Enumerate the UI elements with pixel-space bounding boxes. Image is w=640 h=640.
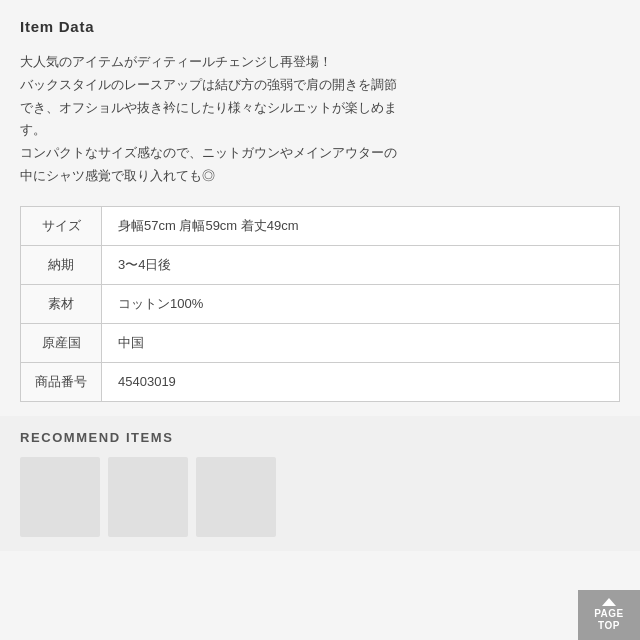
item-data-section: Item Data 大人気のアイテムがディティールチェンジし再登場！ バックスタ…: [0, 0, 640, 416]
table-cell-size: 身幅57cm 肩幅59cm 着丈49cm: [102, 206, 620, 245]
table-cell-material: コットン100%: [102, 284, 620, 323]
table-header-size: サイズ: [21, 206, 102, 245]
table-header-delivery: 納期: [21, 245, 102, 284]
table-row: 商品番号 45403019: [21, 362, 620, 401]
page-top-button[interactable]: PAGE TOP: [578, 590, 640, 640]
recommend-section: RECOMMEND ITEMS: [0, 416, 640, 551]
table-cell-origin: 中国: [102, 323, 620, 362]
table-header-origin: 原産国: [21, 323, 102, 362]
section-title: Item Data: [20, 18, 620, 35]
recommend-item-thumb[interactable]: [108, 457, 188, 537]
table-header-material: 素材: [21, 284, 102, 323]
recommend-items-row: [20, 457, 620, 537]
table-row: 素材 コットン100%: [21, 284, 620, 323]
table-cell-delivery: 3〜4日後: [102, 245, 620, 284]
recommend-item-thumb[interactable]: [196, 457, 276, 537]
recommend-item-thumb[interactable]: [20, 457, 100, 537]
table-row: 納期 3〜4日後: [21, 245, 620, 284]
table-cell-product-number: 45403019: [102, 362, 620, 401]
table-row: サイズ 身幅57cm 肩幅59cm 着丈49cm: [21, 206, 620, 245]
table-header-product-number: 商品番号: [21, 362, 102, 401]
item-data-table: サイズ 身幅57cm 肩幅59cm 着丈49cm 納期 3〜4日後 素材 コット…: [20, 206, 620, 402]
table-row: 原産国 中国: [21, 323, 620, 362]
page-top-arrow-icon: [602, 598, 616, 606]
recommend-title: RECOMMEND ITEMS: [20, 430, 620, 445]
page-top-label: PAGE TOP: [594, 608, 624, 632]
item-description: 大人気のアイテムがディティールチェンジし再登場！ バックスタイルのレースアップは…: [20, 51, 620, 188]
